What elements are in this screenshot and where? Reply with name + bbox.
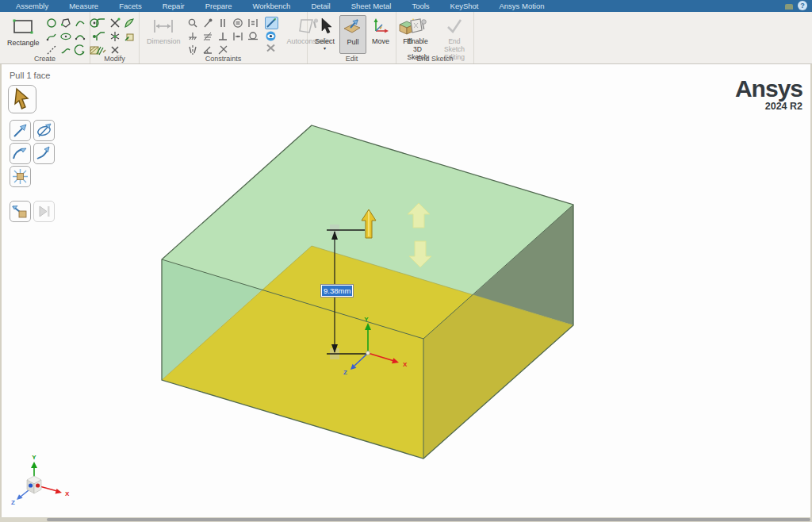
perpendicular-constraint-icon[interactable]	[216, 30, 229, 43]
menu-detail[interactable]: Detail	[301, 2, 340, 10]
skip-icon	[34, 202, 54, 221]
tangent-curve-tool-icon[interactable]	[123, 17, 136, 29]
pin-constraint-icon[interactable]	[201, 17, 214, 29]
sketch-face-through-right[interactable]	[423, 295, 573, 459]
remove-constraint-icon[interactable]	[265, 43, 277, 53]
sketch-axis-y-label: Y	[364, 316, 369, 323]
world-axis-z-label: Z	[11, 499, 15, 506]
move-button[interactable]: Move	[369, 15, 393, 54]
menu-measure[interactable]: Measure	[59, 2, 109, 10]
menu-workbench[interactable]: Workbench	[242, 2, 301, 10]
concentric-constraint-icon[interactable]	[232, 17, 244, 29]
polygon-tool-icon[interactable]	[59, 17, 72, 29]
show-constraints-eye-icon[interactable]	[265, 31, 277, 41]
pull-option-draft-button[interactable]	[33, 143, 55, 164]
bottom-grip	[47, 518, 810, 521]
chamfer-tool-icon[interactable]	[94, 30, 107, 43]
bottom-status-strip	[0, 517, 812, 522]
pull-option-revolve-button[interactable]	[33, 120, 55, 141]
sweep-icon	[10, 144, 30, 163]
ribbon-group-create: Rectangle Create	[0, 12, 90, 63]
equal-constraint-icon[interactable]	[247, 17, 259, 29]
arc-tool-icon[interactable]	[74, 17, 86, 29]
ansys-logo: Ansys 2024 R2	[735, 78, 802, 112]
world-triad[interactable]: Y X Z	[11, 454, 70, 506]
sketch-axis-x-label: X	[403, 361, 408, 368]
fix-constraint-icon[interactable]	[201, 30, 214, 43]
ribbon-pin-icon[interactable]	[785, 4, 793, 10]
pull-option-straight-button[interactable]	[10, 120, 31, 141]
select-label: Select	[315, 37, 335, 45]
ribbon-group-end-sketch: Enable 3D Sketch End Sketch Editing End …	[396, 12, 474, 63]
world-axis-y-label: Y	[32, 454, 36, 461]
move-icon	[371, 17, 390, 36]
ansys-version-text: 2024 R2	[735, 101, 802, 112]
select-tool-option-button[interactable]	[8, 85, 36, 113]
ribbon-group-modify: Modify	[90, 12, 140, 63]
rectangle-icon	[11, 17, 35, 37]
three-point-arc-tool-icon[interactable]	[74, 30, 86, 43]
circle-tool-icon[interactable]	[45, 17, 58, 29]
gold-cursor-icon	[9, 86, 36, 113]
sketch-mode-icon[interactable]	[265, 17, 278, 29]
ribbon: Rectangle Create	[0, 12, 812, 64]
dimension-label: Dimension	[147, 37, 181, 45]
menu-ansys-motion[interactable]: Ansys Motion	[488, 2, 554, 10]
trim-tool-icon[interactable]	[109, 17, 121, 29]
split-tool-icon[interactable]	[109, 30, 121, 43]
model-viewport[interactable]: Y X Z Y X Z Pull 1 face	[0, 64, 812, 517]
pull-icon	[343, 17, 363, 36]
dimension-button[interactable]: Dimension	[144, 15, 183, 56]
midpoint-constraint-icon[interactable]	[232, 30, 244, 43]
world-axis-x-label: X	[65, 490, 70, 497]
menu-tools[interactable]: Tools	[401, 2, 439, 10]
menu-assembly[interactable]: Assembly	[16, 2, 59, 10]
menu-prepare[interactable]: Prepare	[195, 2, 243, 10]
pull-option-sweep-button[interactable]	[10, 143, 31, 164]
parallel-constraint-icon[interactable]	[216, 17, 229, 29]
pull-option-both-sides-button[interactable]	[10, 166, 31, 187]
both-sides-icon	[10, 167, 30, 186]
menu-bar: Assembly Measure Facets Repair Prepare W…	[0, 0, 812, 12]
dimension-icon	[151, 17, 176, 36]
tangent-constraint-icon[interactable]	[247, 30, 259, 43]
draft-icon	[34, 144, 54, 163]
spline-tool-icon[interactable]	[45, 30, 58, 43]
help-icon[interactable]: ?	[798, 1, 807, 10]
menu-keyshot[interactable]: KeyShot	[440, 2, 489, 10]
select-dropdown-caret-icon[interactable]: ▾	[324, 47, 326, 50]
edit-group-label: Edit	[308, 55, 396, 63]
dimension-value-input[interactable]: 9.38mm	[321, 285, 353, 297]
ground-constraint-icon[interactable]	[186, 30, 199, 43]
end-sketch-group-label: End Sketch	[396, 55, 473, 63]
ellipse-tool-icon[interactable]	[59, 30, 72, 43]
rectangle-label: Rectangle	[7, 39, 40, 47]
rectangle-button[interactable]: Rectangle	[5, 15, 42, 56]
revolve-icon	[34, 121, 54, 140]
ansys-brand-text: Ansys	[735, 78, 802, 100]
project-tool-icon[interactable]	[123, 30, 136, 43]
menu-sheet-metal[interactable]: Sheet Metal	[341, 2, 402, 10]
end-sketch-check-icon	[444, 17, 465, 36]
coincident-constraint-icon[interactable]	[186, 17, 199, 29]
pull-option-up-to-button[interactable]	[10, 201, 31, 222]
menu-facets[interactable]: Facets	[109, 2, 152, 10]
straight-pull-icon	[10, 121, 30, 140]
menu-repair[interactable]: Repair	[152, 2, 195, 10]
constraints-group-label: Constraints	[140, 55, 307, 63]
fillet-tool-icon[interactable]	[94, 17, 107, 29]
create-group-label: Create	[0, 55, 90, 63]
pull-option-full-button[interactable]	[33, 201, 55, 222]
select-button[interactable]: Select ▾	[312, 15, 337, 54]
move-label: Move	[372, 37, 389, 45]
enable-3d-sketch-icon	[407, 17, 429, 36]
ribbon-group-edit: Select ▾ Pull Move	[308, 12, 396, 63]
pull-button[interactable]: Pull	[339, 15, 366, 54]
pull-label: Pull	[347, 38, 359, 46]
sketch-axis-z-label: Z	[343, 369, 347, 376]
up-to-icon	[10, 202, 30, 221]
select-cursor-icon	[317, 17, 333, 36]
status-hint: Pull 1 face	[10, 71, 50, 80]
model-scene: Y X Z Y X Z	[2, 64, 810, 517]
modify-group-label: Modify	[90, 55, 139, 63]
